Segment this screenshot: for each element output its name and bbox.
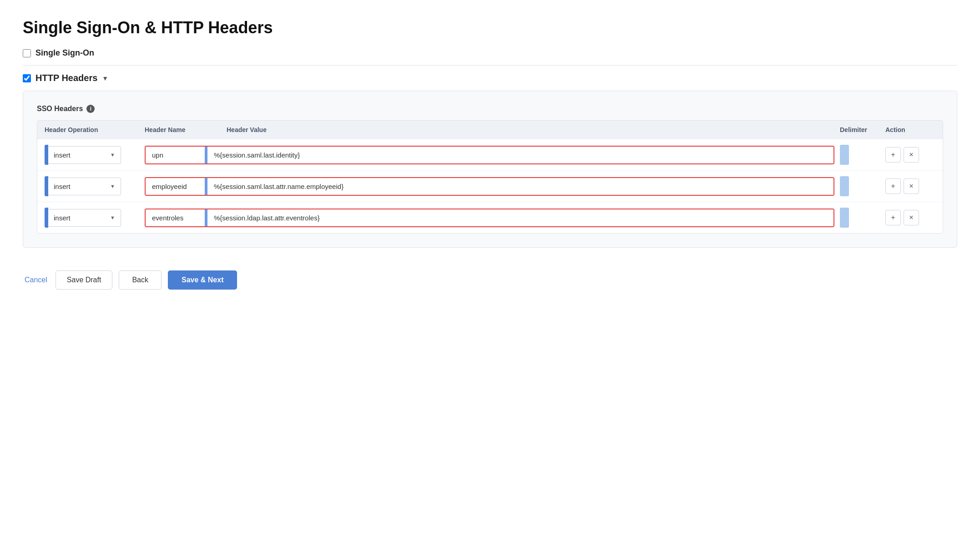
- http-headers-label: HTTP Headers: [35, 73, 97, 83]
- op-select-2[interactable]: insert ▼: [48, 178, 121, 195]
- save-draft-button[interactable]: Save Draft: [56, 270, 113, 290]
- remove-row-button-1[interactable]: ×: [904, 147, 919, 163]
- page-title: Single Sign-On & HTTP Headers: [23, 18, 957, 37]
- op-select-value-1: insert: [54, 151, 71, 159]
- name-value-group-2: employeeid %{session.saml.last.attr.name…: [145, 177, 834, 196]
- table-row: insert ▼ upn %{session.saml.last.identit…: [37, 139, 943, 170]
- delimiter-cell-1: [840, 145, 885, 165]
- header-value-field-2[interactable]: %{session.saml.last.attr.name.employeeid…: [207, 178, 834, 195]
- sso-checkbox[interactable]: [23, 49, 31, 57]
- col-header-action: Action: [885, 126, 935, 133]
- action-cell-3: + ×: [885, 210, 935, 225]
- sso-label: Single Sign-On: [35, 48, 94, 58]
- col-header-value: Header Value: [227, 126, 840, 133]
- table-header: Header Operation Header Name Header Valu…: [37, 121, 943, 139]
- action-cell-1: + ×: [885, 147, 935, 163]
- remove-row-button-2[interactable]: ×: [904, 178, 919, 194]
- delimiter-bar-2: [840, 176, 849, 196]
- http-headers-checkbox[interactable]: [23, 74, 31, 82]
- operation-cell-3: insert ▼: [45, 208, 145, 228]
- op-select-1[interactable]: insert ▼: [48, 146, 121, 164]
- op-bar-1: [45, 145, 48, 165]
- delimiter-cell-3: [840, 208, 885, 228]
- op-select-value-3: insert: [54, 214, 71, 222]
- header-value-field-3[interactable]: %{session.ldap.last.attr.eventroles}: [207, 209, 834, 226]
- delimiter-cell-2: [840, 176, 885, 196]
- action-cell-2: + ×: [885, 178, 935, 194]
- chevron-down-icon-2: ▼: [110, 183, 115, 189]
- sso-headers-label-row: SSO Headers i: [37, 105, 943, 113]
- remove-row-button-3[interactable]: ×: [904, 210, 919, 225]
- sso-headers-table: Header Operation Header Name Header Valu…: [37, 120, 943, 234]
- op-bar-3: [45, 208, 48, 228]
- header-value-field-1[interactable]: %{session.saml.last.identity}: [207, 147, 834, 163]
- op-select-value-2: insert: [54, 183, 71, 190]
- col-header-operation: Header Operation: [45, 126, 145, 133]
- add-row-button-1[interactable]: +: [885, 147, 901, 163]
- chevron-down-icon-3: ▼: [110, 215, 115, 220]
- col-header-name: Header Name: [145, 126, 227, 133]
- sso-section: Single Sign-On: [23, 48, 957, 66]
- http-headers-toggle: HTTP Headers ▼: [23, 73, 957, 83]
- http-panel: SSO Headers i Header Operation Header Na…: [23, 91, 957, 248]
- chevron-down-icon-1: ▼: [110, 152, 115, 158]
- add-row-button-2[interactable]: +: [885, 178, 901, 194]
- header-name-field-1[interactable]: upn: [146, 147, 205, 163]
- save-next-button[interactable]: Save & Next: [168, 270, 237, 290]
- add-row-button-3[interactable]: +: [885, 210, 901, 225]
- header-name-field-2[interactable]: employeeid: [146, 178, 205, 195]
- sso-headers-text: SSO Headers: [37, 105, 83, 113]
- header-name-field-3[interactable]: eventroles: [146, 209, 205, 226]
- back-button[interactable]: Back: [119, 270, 162, 290]
- op-bar-2: [45, 176, 48, 196]
- http-headers-dropdown-arrow[interactable]: ▼: [102, 75, 108, 82]
- table-row: insert ▼ employeeid %{session.saml.last.…: [37, 170, 943, 202]
- table-row: insert ▼ eventroles %{session.ldap.last.…: [37, 202, 943, 233]
- name-value-group-3: eventroles %{session.ldap.last.attr.even…: [145, 209, 834, 227]
- name-value-group-1: upn %{session.saml.last.identity}: [145, 146, 834, 164]
- delimiter-bar-3: [840, 208, 849, 228]
- http-headers-section: HTTP Headers ▼ SSO Headers i Header Oper…: [23, 73, 957, 248]
- footer-buttons: Cancel Save Draft Back Save & Next: [23, 270, 957, 290]
- col-header-delimiter: Delimiter: [840, 126, 885, 133]
- op-select-3[interactable]: insert ▼: [48, 209, 121, 227]
- operation-cell-2: insert ▼: [45, 176, 145, 196]
- info-icon[interactable]: i: [86, 105, 95, 113]
- operation-cell-1: insert ▼: [45, 145, 145, 165]
- delimiter-bar-1: [840, 145, 849, 165]
- cancel-button[interactable]: Cancel: [23, 271, 49, 289]
